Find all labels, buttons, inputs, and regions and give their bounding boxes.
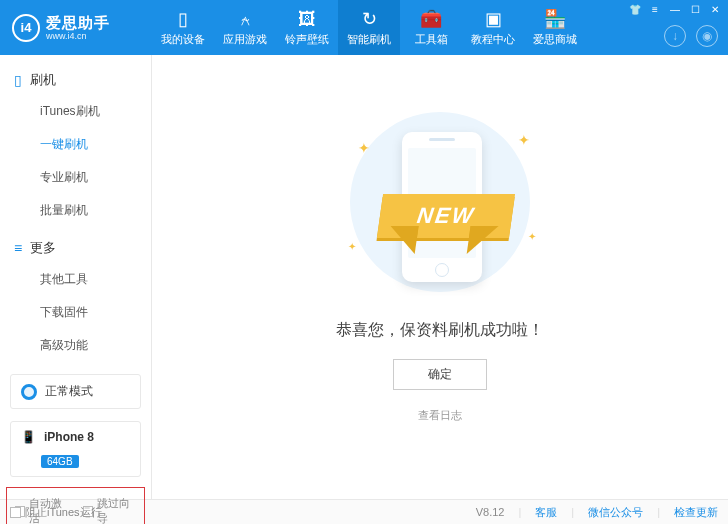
toolbox-icon: 🧰 <box>420 8 442 30</box>
nav-flash[interactable]: ↻智能刷机 <box>338 0 400 55</box>
sparkle-icon: ✦ <box>348 241 356 252</box>
app-url: www.i4.cn <box>46 31 110 41</box>
sidebar-item-othertools[interactable]: 其他工具 <box>0 263 151 296</box>
app-name: 爱思助手 <box>46 14 110 31</box>
device-box[interactable]: 📱 iPhone 8 64GB <box>10 421 141 477</box>
window-controls: 👕 ≡ — ☐ ✕ <box>628 4 722 15</box>
sidebar: ▯ 刷机 iTunes刷机 一键刷机 专业刷机 批量刷机 ≡ 更多 其他工具 下… <box>0 55 152 499</box>
nav-store[interactable]: 🏪爱思商城 <box>524 0 586 55</box>
menu-lines-icon: ≡ <box>14 240 22 256</box>
sidebar-item-pro[interactable]: 专业刷机 <box>0 161 151 194</box>
download-button[interactable]: ↓ <box>664 25 686 47</box>
sidebar-item-advanced[interactable]: 高级功能 <box>0 329 151 362</box>
wechat-link[interactable]: 微信公众号 <box>588 505 643 520</box>
store-icon: 🏪 <box>544 8 566 30</box>
top-nav: ▯我的设备 ⍲应用游戏 🖼铃声壁纸 ↻智能刷机 🧰工具箱 ▣教程中心 🏪爱思商城 <box>152 0 586 55</box>
apps-icon: ⍲ <box>240 8 251 30</box>
support-link[interactable]: 客服 <box>535 505 557 520</box>
new-ribbon: NEW <box>377 194 515 238</box>
ok-button[interactable]: 确定 <box>393 359 487 390</box>
logo-area: i4 爱思助手 www.i4.cn <box>0 14 152 42</box>
close-button[interactable]: ✕ <box>708 4 722 15</box>
nav-ring[interactable]: 🖼铃声壁纸 <box>276 0 338 55</box>
sidebar-item-download[interactable]: 下载固件 <box>0 296 151 329</box>
minimize-button[interactable]: — <box>668 4 682 15</box>
sidebar-item-itunes[interactable]: iTunes刷机 <box>0 95 151 128</box>
block-itunes-checkbox[interactable]: 阻止iTunes运行 <box>10 505 102 520</box>
success-illustration: ✦ ✦ ✦ ✦ NEW <box>340 112 540 292</box>
sidebar-item-onekey[interactable]: 一键刷机 <box>0 128 151 161</box>
mode-label: 正常模式 <box>45 383 93 400</box>
device-phone-icon: 📱 <box>21 430 36 444</box>
logo-icon: i4 <box>12 14 40 42</box>
checkbox-icon <box>10 507 21 518</box>
phone-icon: ▯ <box>178 8 188 30</box>
sidebar-section-more[interactable]: ≡ 更多 <box>0 233 151 263</box>
maximize-button[interactable]: ☐ <box>688 4 702 15</box>
device-name: iPhone 8 <box>44 430 94 444</box>
shirt-icon[interactable]: 👕 <box>628 4 642 15</box>
sparkle-icon: ✦ <box>358 140 370 156</box>
nav-tutorial[interactable]: ▣教程中心 <box>462 0 524 55</box>
version-label: V8.12 <box>476 506 505 518</box>
mode-dot-icon <box>21 384 37 400</box>
sidebar-section-label: 刷机 <box>30 71 56 89</box>
sidebar-section-flash[interactable]: ▯ 刷机 <box>0 65 151 95</box>
menu-icon[interactable]: ≡ <box>648 4 662 15</box>
mode-box[interactable]: 正常模式 <box>10 374 141 409</box>
view-log-link[interactable]: 查看日志 <box>418 408 462 423</box>
user-button[interactable]: ◉ <box>696 25 718 47</box>
nav-tools[interactable]: 🧰工具箱 <box>400 0 462 55</box>
sidebar-item-batch[interactable]: 批量刷机 <box>0 194 151 227</box>
content-area: ✦ ✦ ✦ ✦ NEW 恭喜您，保资料刷机成功啦！ 确定 查看日志 <box>152 55 728 499</box>
sidebar-section-label: 更多 <box>30 239 56 257</box>
flash-icon: ↻ <box>362 8 377 30</box>
update-link[interactable]: 检查更新 <box>674 505 718 520</box>
nav-devices[interactable]: ▯我的设备 <box>152 0 214 55</box>
tutorial-icon: ▣ <box>485 8 502 30</box>
storage-badge: 64GB <box>41 455 79 468</box>
app-header: i4 爱思助手 www.i4.cn ▯我的设备 ⍲应用游戏 🖼铃声壁纸 ↻智能刷… <box>0 0 728 55</box>
success-message: 恭喜您，保资料刷机成功啦！ <box>336 320 544 341</box>
sparkle-icon: ✦ <box>528 231 536 242</box>
nav-apps[interactable]: ⍲应用游戏 <box>214 0 276 55</box>
sparkle-icon: ✦ <box>518 132 530 148</box>
wallpaper-icon: 🖼 <box>298 8 316 30</box>
phone-outline-icon: ▯ <box>14 72 22 88</box>
